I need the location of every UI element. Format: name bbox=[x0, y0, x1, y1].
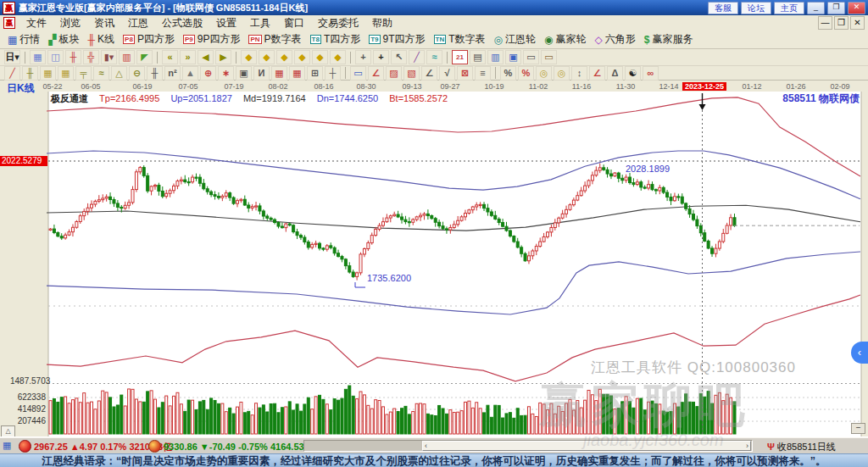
drawing-tool-icon[interactable]: ≈ bbox=[426, 50, 442, 64]
drawing-tool-icon[interactable]: ◆ bbox=[312, 50, 328, 64]
toolbar-button-六角形[interactable]: ◇六角形 bbox=[591, 31, 640, 47]
drawing-tool-icon[interactable]: ∗ bbox=[218, 66, 234, 81]
drawing-tool-icon[interactable]: ⊕ bbox=[200, 66, 216, 81]
drawing-tool-icon[interactable]: ▥ bbox=[119, 50, 135, 64]
drawing-tool-icon[interactable]: ▦ bbox=[58, 66, 74, 81]
drawing-tool-icon[interactable]: ∠ bbox=[368, 66, 384, 81]
collapse-panel-button[interactable]: ‹ bbox=[851, 342, 868, 364]
drawing-tool-icon[interactable]: « bbox=[162, 50, 178, 64]
drawing-tool-icon[interactable]: ╱ bbox=[409, 50, 425, 64]
restore-button[interactable]: ❐ bbox=[827, 2, 845, 14]
menu-item-文件[interactable]: 文件 bbox=[19, 17, 53, 29]
mdi-close-button[interactable]: ✕ bbox=[850, 16, 865, 30]
mdi-restore-button[interactable]: ❐ bbox=[834, 16, 849, 30]
scroll-right-arrow[interactable]: › bbox=[746, 442, 748, 451]
drawing-tool-icon[interactable]: ▲ bbox=[182, 66, 198, 81]
drawing-tool-icon[interactable]: ⊞ bbox=[307, 66, 323, 81]
drawing-tool-icon[interactable]: ┼ bbox=[325, 66, 341, 81]
drawing-tool-icon[interactable]: % bbox=[518, 66, 534, 81]
drawing-tool-icon[interactable]: ╫ bbox=[65, 50, 81, 64]
scroll-left-arrow[interactable]: ‹ bbox=[425, 442, 427, 451]
drawing-tool-icon[interactable]: ◤ bbox=[136, 50, 153, 64]
kline-period-tab[interactable]: 日K线 bbox=[7, 81, 35, 96]
drawing-tool-icon[interactable]: ◆ bbox=[241, 50, 257, 64]
drawing-tool-icon[interactable]: ▦ bbox=[30, 50, 46, 64]
sz-index-icon[interactable] bbox=[148, 440, 161, 453]
drawing-tool-icon[interactable]: ▦ bbox=[271, 66, 287, 81]
drawing-tool-icon[interactable]: % bbox=[500, 66, 516, 81]
toolbar-button-赢家服务[interactable]: $赢家服务 bbox=[640, 31, 698, 47]
drawing-tool-icon[interactable]: ↕ bbox=[571, 66, 587, 81]
drawing-tool-icon[interactable]: ◎ bbox=[536, 66, 552, 81]
homepage-button[interactable]: 主页 bbox=[774, 2, 804, 14]
toolbar-button-T四方形[interactable]: T8T四方形 bbox=[306, 31, 365, 47]
drawing-tool-icon[interactable]: ⊖ bbox=[129, 66, 145, 81]
drawing-tool-icon[interactable]: ╫ bbox=[147, 66, 163, 81]
drawing-tool-icon[interactable]: ╤ bbox=[75, 66, 92, 81]
menu-item-浏览[interactable]: 浏览 bbox=[53, 17, 87, 29]
toolbar-button-赢家轮[interactable]: ◉赢家轮 bbox=[540, 31, 590, 47]
drawing-tool-icon[interactable]: ▮▾ bbox=[101, 50, 117, 64]
minimize-button[interactable]: _ bbox=[807, 2, 825, 14]
menu-item-窗口[interactable]: 窗口 bbox=[277, 17, 311, 29]
chart-area[interactable]: 日K线 05-2206-0506-1907-0507-1908-0208-160… bbox=[0, 81, 868, 436]
sz-index-quote[interactable]: 9330.86 ▼-70.49 -0.75% 4164.53亿 bbox=[164, 441, 314, 453]
drawing-tool-icon[interactable]: + bbox=[355, 50, 371, 64]
drawing-tool-icon[interactable]: ∠ bbox=[589, 66, 605, 81]
toolbar-button-K线[interactable]: ╫K线 bbox=[84, 31, 120, 47]
drawing-tool-icon[interactable]: 21 bbox=[452, 50, 468, 64]
drawing-tool-icon[interactable]: ◆ bbox=[276, 50, 292, 64]
drawing-tool-icon[interactable]: ≈ bbox=[93, 66, 109, 81]
drawing-tool-icon[interactable]: √ bbox=[439, 66, 455, 81]
toolbar-button-P数字表[interactable]: PNP数字表 bbox=[244, 31, 305, 47]
drawing-tool-icon[interactable]: ◀ bbox=[198, 50, 214, 64]
menu-item-资讯[interactable]: 资讯 bbox=[87, 17, 121, 29]
drawing-tool-icon[interactable]: ▭ bbox=[350, 66, 366, 81]
drawing-tool-icon[interactable]: ◆ bbox=[330, 50, 346, 64]
drawing-tool-icon[interactable]: Δ bbox=[607, 66, 623, 81]
drawing-tool-icon[interactable]: + bbox=[373, 50, 389, 64]
drawing-tool-icon[interactable]: ▦ bbox=[40, 66, 56, 81]
drawing-tool-icon[interactable]: ▭ bbox=[541, 50, 557, 64]
drawing-tool-icon[interactable]: n² bbox=[164, 66, 181, 81]
drawing-tool-icon[interactable]: ⊠ bbox=[457, 66, 473, 81]
drawing-tool-icon[interactable]: ▭ bbox=[523, 50, 539, 64]
drawing-tool-icon[interactable]: ◫ bbox=[47, 50, 64, 64]
toolbar-button-9P四方形[interactable]: P99P四方形 bbox=[179, 31, 244, 47]
forum-button[interactable]: 论坛 bbox=[741, 2, 771, 14]
volume-pane-expand-button[interactable]: △ bbox=[1, 425, 15, 437]
drawing-tool-icon[interactable]: ▦ bbox=[289, 66, 305, 81]
toolbar-button-江恩轮[interactable]: ◎江恩轮 bbox=[490, 31, 540, 47]
drawing-tool-icon[interactable]: ☯ bbox=[625, 66, 641, 81]
drawing-tool-icon[interactable]: » bbox=[180, 50, 196, 64]
drawing-tool-icon[interactable]: ∞ bbox=[643, 66, 659, 81]
menu-item-交易委托[interactable]: 交易委托 bbox=[311, 17, 365, 29]
toolbar-button-行情[interactable]: ▦行情 bbox=[3, 31, 44, 47]
mdi-minimize-button[interactable]: — bbox=[818, 16, 832, 30]
sh-index-icon[interactable] bbox=[19, 440, 31, 453]
drawing-tool-icon[interactable]: ▣ bbox=[236, 66, 252, 81]
drawing-tool-icon[interactable]: ◆ bbox=[294, 50, 310, 64]
drawing-tool-icon[interactable]: ▤ bbox=[470, 50, 486, 64]
drawing-tool-icon[interactable]: ╫ bbox=[22, 66, 38, 81]
drawing-tool-icon[interactable]: △ bbox=[111, 66, 127, 81]
drawing-tool-icon[interactable]: ◆ bbox=[259, 50, 275, 64]
toolbar-button-P四方形[interactable]: P8P四方形 bbox=[119, 31, 179, 47]
menu-item-帮助[interactable]: 帮助 bbox=[365, 17, 399, 29]
support-button[interactable]: 客服 bbox=[708, 2, 738, 14]
toolbar-button-板块[interactable]: ▞板块 bbox=[44, 31, 83, 47]
close-button[interactable]: ✕ bbox=[848, 2, 865, 14]
menu-item-公式选股[interactable]: 公式选股 bbox=[155, 17, 209, 29]
drawing-tool-icon[interactable]: 日▾ bbox=[4, 50, 20, 64]
drawing-tool-icon[interactable]: ▧ bbox=[403, 66, 420, 81]
drawing-tool-icon[interactable]: ▣ bbox=[505, 50, 521, 64]
menu-item-工具[interactable]: 工具 bbox=[243, 17, 277, 29]
quote-grid-icon[interactable]: ▦ bbox=[3, 440, 15, 451]
drawing-tool-icon[interactable]: И bbox=[253, 66, 270, 81]
drawing-tool-icon[interactable]: ▥ bbox=[487, 50, 504, 64]
drawing-tool-icon[interactable]: ∠ bbox=[421, 66, 437, 81]
toolbar-button-T数字表[interactable]: TNT数字表 bbox=[430, 31, 490, 47]
drawing-tool-icon[interactable]: ≡ bbox=[475, 66, 491, 81]
drawing-tool-icon[interactable]: ╬ bbox=[83, 50, 99, 64]
drawing-tool-icon[interactable]: ▨ bbox=[386, 66, 402, 81]
